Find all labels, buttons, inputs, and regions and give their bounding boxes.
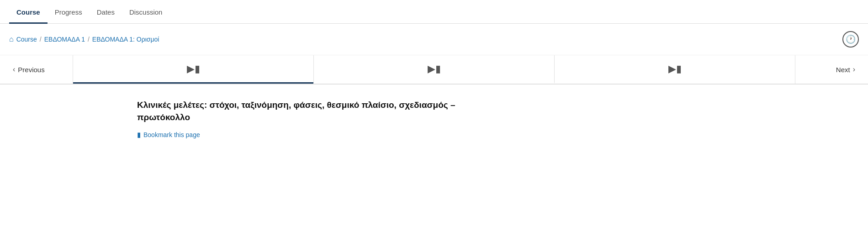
camera-icon-1: ▶▮ [187,63,200,75]
tab-progress[interactable]: Progress [48,2,90,24]
camera-icon-3: ▶▮ [668,63,682,75]
tab-discussion[interactable]: Discussion [122,2,170,24]
home-icon: ⌂ [9,35,14,43]
chevron-left-icon: ‹ [13,65,15,74]
previous-button[interactable]: ‹ Previous [0,55,73,84]
bookmark-link[interactable]: ▮ Bookmark this page [137,131,859,139]
top-nav: Course Progress Dates Discussion [0,0,868,24]
breadcrumb: ⌂ Course / ΕΒΔΟΜΑΔΑ 1 / ΕΒΔΟΜΑΔΑ 1: Ορισ… [9,35,159,43]
next-label: Next [836,66,850,74]
content-title: Κλινικές μελέτες: στόχοι, ταξινόμηση, φά… [137,99,457,123]
chevron-right-icon: › [853,65,855,74]
breadcrumb-current: ΕΒΔΟΜΑΔΑ 1: Ορισμοί [92,36,159,43]
breadcrumb-home-link[interactable]: Course [16,36,37,43]
video-tab-2[interactable]: ▶▮ [313,55,554,84]
camera-icon-2: ▶▮ [428,63,441,75]
clock-button[interactable]: 🕐 [842,31,859,48]
video-tab-3[interactable]: ▶▮ [554,55,795,84]
clock-icon: 🕐 [846,34,856,44]
video-tabs: ▶▮ ▶▮ ▶▮ [73,55,795,84]
breadcrumb-week-link[interactable]: ΕΒΔΟΜΑΔΑ 1 [44,36,85,43]
video-tab-1[interactable]: ▶▮ [73,55,313,84]
breadcrumb-sep-1: / [40,36,42,43]
bookmark-label: Bookmark this page [143,131,200,138]
breadcrumb-bar: ⌂ Course / ΕΒΔΟΜΑΔΑ 1 / ΕΒΔΟΜΑΔΑ 1: Ορισ… [0,24,868,55]
tab-dates[interactable]: Dates [90,2,122,24]
breadcrumb-sep-2: / [88,36,90,43]
bookmark-icon: ▮ [137,131,141,139]
next-button[interactable]: Next › [795,55,868,84]
previous-label: Previous [18,66,44,74]
main-content: Κλινικές μελέτες: στόχοι, ταξινόμηση, φά… [0,85,868,148]
tab-course[interactable]: Course [9,2,48,24]
content-nav: ‹ Previous ▶▮ ▶▮ ▶▮ Next › [0,55,868,85]
